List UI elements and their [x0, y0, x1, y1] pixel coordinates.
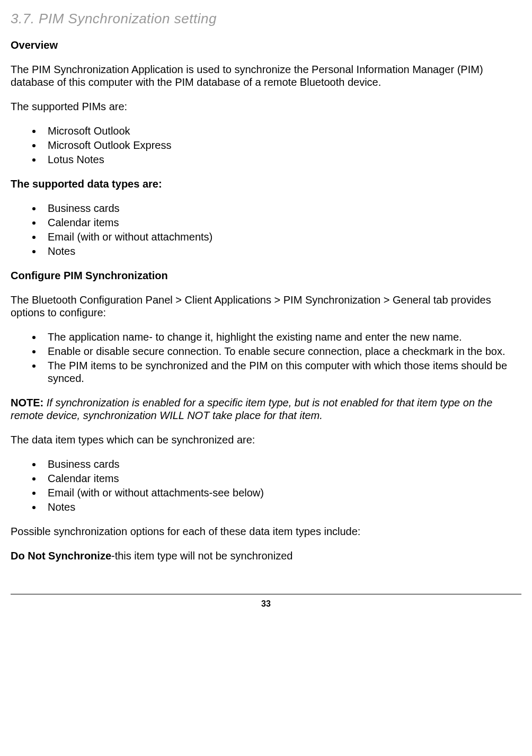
supported-data-types-list: Business cards Calendar items Email (wit…: [11, 202, 521, 257]
list-item: Business cards: [42, 202, 521, 215]
list-item: Email (with or without attachments): [42, 230, 521, 243]
list-item: The PIM items to be synchronized and the…: [42, 359, 521, 385]
supported-pims-intro: The supported PIMs are:: [11, 100, 521, 113]
sync-types-list: Business cards Calendar items Email (wit…: [11, 458, 521, 513]
overview-text: The PIM Synchronization Application is u…: [11, 63, 521, 88]
supported-pims-list: Microsoft Outlook Microsoft Outlook Expr…: [11, 124, 521, 166]
list-item: Notes: [42, 245, 521, 257]
supported-data-types-label: The supported data types are:: [11, 177, 521, 190]
do-not-sync-label: Do Not Synchronize: [11, 550, 111, 562]
list-item: Business cards: [42, 458, 521, 470]
overview-label: Overview: [11, 39, 521, 51]
page-number: 33: [11, 599, 521, 609]
note-paragraph: NOTE: If synchronization is enabled for …: [11, 396, 521, 422]
note-text: If synchronization is enabled for a spec…: [11, 397, 492, 421]
do-not-sync-paragraph: Do Not Synchronize-this item type will n…: [11, 549, 521, 562]
footer-rule: [11, 594, 521, 594]
list-item: Microsoft Outlook: [42, 124, 521, 137]
list-item: Lotus Notes: [42, 153, 521, 166]
list-item: Email (with or without attachments-see b…: [42, 486, 521, 499]
list-item: The application name- to change it, high…: [42, 331, 521, 343]
note-label: NOTE:: [11, 397, 43, 408]
configure-text: The Bluetooth Configuration Panel > Clie…: [11, 293, 521, 319]
list-item: Microsoft Outlook Express: [42, 139, 521, 152]
section-heading: 3.7. PIM Synchronization setting: [11, 11, 521, 27]
list-item: Enable or disable secure connection. To …: [42, 345, 521, 358]
configure-options-list: The application name- to change it, high…: [11, 331, 521, 385]
list-item: Calendar items: [42, 472, 521, 485]
list-item: Calendar items: [42, 216, 521, 229]
sync-types-intro: The data item types which can be synchro…: [11, 433, 521, 446]
sync-options-intro: Possible synchronization options for eac…: [11, 525, 521, 538]
do-not-sync-text: -this item type will not be synchronized: [111, 550, 292, 562]
list-item: Notes: [42, 501, 521, 513]
configure-label: Configure PIM Synchronization: [11, 269, 521, 282]
